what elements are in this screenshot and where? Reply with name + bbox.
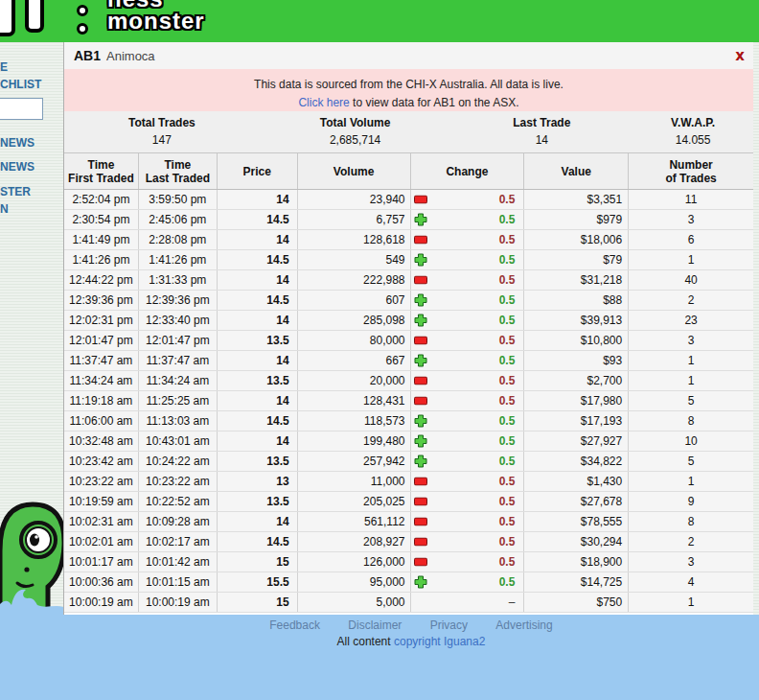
cell-volume: 205,025: [298, 492, 411, 511]
cell-time-first-traded: 11:19:18 am: [64, 391, 139, 410]
sidebar-item-news-1[interactable]: NEWS: [0, 136, 34, 150]
cell-price: 13.5: [218, 331, 298, 350]
mascot-nostril: [24, 567, 29, 572]
change-up-icon: [414, 253, 427, 267]
cell-change: 0.5: [411, 391, 525, 410]
table-row: 10:00:19 am10:00:19 am155,000–$7501: [64, 593, 753, 613]
cell-change: 0.5: [411, 230, 525, 249]
cell-time-first-traded: 10:32:48 am: [64, 432, 139, 451]
cell-price: 14.5: [218, 532, 298, 551]
trades-table-body: 2:52:04 pm3:59:50 pm1423,9400.5$3,351112…: [64, 190, 753, 613]
cell-time-last-traded: 10:01:42 am: [139, 552, 218, 572]
cell-time-first-traded: 2:30:54 pm: [64, 210, 139, 229]
sidebar-item-register[interactable]: STER: [0, 185, 31, 198]
change-down-icon: [414, 538, 427, 547]
cell-price: 14.5: [218, 411, 298, 431]
cell-change: 0.5: [411, 210, 525, 229]
cell-change: –: [411, 593, 525, 612]
table-row: 11:06:00 am11:13:03 am14.5118,5730.5$17,…: [64, 411, 753, 432]
sidebar-item-login[interactable]: N: [0, 202, 9, 216]
change-value: 0.5: [499, 555, 516, 569]
logo-glyph-bar: [0, 0, 15, 36]
table-row: 10:01:17 am10:01:42 am15126,0000.5$18,90…: [64, 552, 753, 572]
cell-number-of-trades: 3: [629, 210, 753, 229]
cell-value: $27,678: [524, 492, 629, 511]
cell-price: 14: [218, 432, 298, 451]
change-down-icon: [414, 498, 427, 506]
cell-number-of-trades: 40: [629, 270, 753, 290]
change-up-icon: [414, 213, 427, 226]
cell-value: $2,700: [524, 371, 629, 390]
cell-time-first-traded: 12:39:36 pm: [64, 291, 139, 310]
ticker-code: AB1: [74, 48, 101, 63]
cell-change: 0.5: [411, 432, 525, 451]
footer-link-disclaimer[interactable]: Disclaimer: [348, 618, 402, 632]
cell-price: 14: [218, 230, 298, 249]
table-row: 12:02:31 pm12:33:40 pm14285,0980.5$39,91…: [64, 311, 753, 331]
footer-link-advertising[interactable]: Advertising: [495, 618, 552, 632]
change-value: 0.5: [499, 434, 516, 448]
cell-volume: 80,000: [298, 331, 411, 350]
cell-time-last-traded: 12:01:47 pm: [139, 331, 218, 350]
close-icon[interactable]: x: [735, 47, 745, 64]
change-down-icon: [414, 377, 427, 385]
cell-time-last-traded: 10:22:52 am: [139, 492, 218, 511]
table-row: 1:41:26 pm1:41:26 pm14.55490.5$791: [64, 250, 753, 270]
cell-time-last-traded: 10:23:22 am: [139, 472, 218, 491]
table-row: 10:19:59 am10:22:52 am13.5205,0250.5$27,…: [64, 492, 753, 512]
cell-time-last-traded: 11:13:03 am: [139, 411, 218, 431]
iguana2-link[interactable]: copyright Iguana2: [394, 635, 485, 648]
cell-time-last-traded: 11:34:24 am: [139, 371, 218, 390]
notice-line2-rest: to view data for AB1 on the ASX.: [350, 96, 519, 109]
asx-data-link[interactable]: Click here: [298, 96, 349, 109]
cell-time-first-traded: 2:52:04 pm: [64, 190, 139, 209]
cell-number-of-trades: 3: [629, 331, 753, 350]
cell-value: $17,980: [524, 391, 629, 410]
change-down-icon: [414, 276, 427, 285]
table-row: 10:32:48 am10:43:01 am14199,4800.5$27,92…: [64, 432, 753, 452]
col-header-value: Value: [524, 153, 629, 189]
change-value: 0.5: [499, 535, 516, 548]
cell-time-first-traded: 10:23:42 am: [64, 452, 139, 471]
sidebar-item-quote[interactable]: E: [0, 60, 8, 74]
cell-volume: 11,000: [298, 472, 411, 491]
search-input[interactable]: [0, 98, 43, 120]
cell-number-of-trades: 9: [629, 492, 753, 511]
cell-price: 13.5: [218, 452, 298, 471]
cell-time-first-traded: 11:37:47 am: [64, 351, 139, 370]
summary-total-volume: Total Volume 2,685,714: [260, 111, 451, 152]
logo-glyph-bar: [25, 0, 44, 33]
cell-time-last-traded: 1:41:26 pm: [139, 250, 218, 269]
cell-volume: 6,757: [298, 210, 411, 229]
cell-number-of-trades: 2: [629, 532, 753, 551]
cell-value: $78,555: [524, 512, 629, 531]
footer-link-feedback[interactable]: Feedback: [269, 618, 320, 632]
company-name: Animoca: [106, 49, 155, 63]
change-down-icon: [414, 196, 427, 204]
change-value: 0.5: [499, 455, 516, 468]
notice-line1: This data is sourced from the CHI-X Aust…: [64, 76, 753, 94]
table-row: 2:52:04 pm3:59:50 pm1423,9400.5$3,35111: [64, 190, 753, 210]
cell-number-of-trades: 2: [629, 291, 753, 310]
notice-line2: Click here to view data for AB1 on the A…: [64, 94, 753, 112]
sidebar-item-watchlist[interactable]: CHLIST: [0, 78, 41, 91]
change-up-icon: [414, 293, 427, 307]
change-value: 0.5: [499, 193, 516, 206]
water-wave-graphic: [0, 583, 63, 616]
cell-change: 0.5: [411, 270, 525, 290]
cell-value: $3,351: [524, 190, 629, 209]
cell-number-of-trades: 11: [629, 190, 753, 209]
cell-time-last-traded: 12:39:36 pm: [139, 291, 218, 310]
footer-link-privacy[interactable]: Privacy: [430, 618, 468, 632]
logo-colon-dot: [77, 23, 88, 35]
table-row: 12:01:47 pm12:01:47 pm13.580,0000.5$10,8…: [64, 331, 753, 351]
cell-volume: 23,940: [298, 190, 411, 209]
table-row: 12:39:36 pm12:39:36 pm14.56070.5$882: [64, 291, 753, 311]
cell-value: $93: [524, 351, 629, 370]
cell-change: 0.5: [411, 331, 525, 350]
cell-value: $18,900: [524, 552, 629, 572]
cell-time-first-traded: 10:19:59 am: [64, 492, 139, 511]
sidebar-item-news-2[interactable]: NEWS: [0, 160, 34, 174]
cell-time-last-traded: 3:59:50 pm: [139, 190, 218, 209]
cell-time-first-traded: 10:23:22 am: [64, 472, 139, 491]
